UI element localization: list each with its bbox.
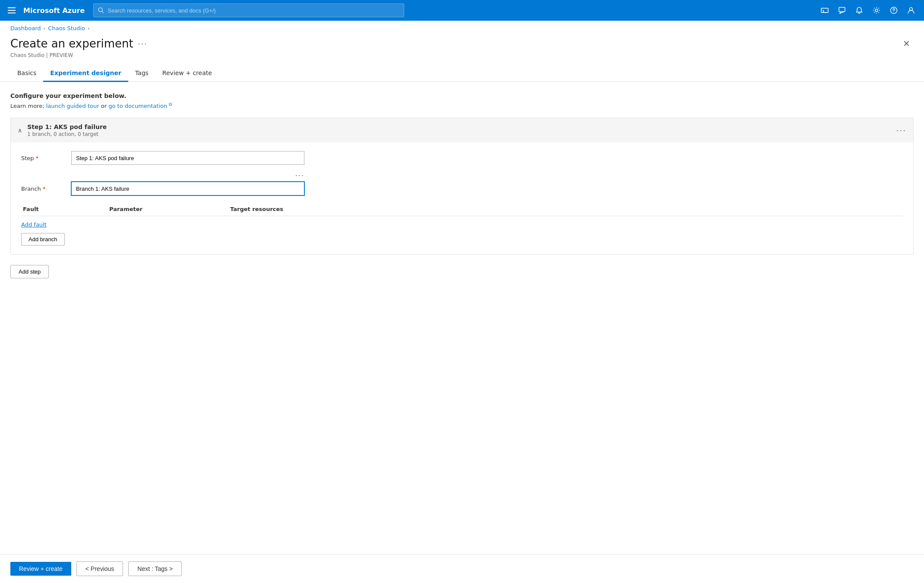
preview-badge: PREVIEW [50, 52, 73, 58]
page-title: Create an experiment [10, 37, 133, 50]
learn-more-text: Learn more; launch guided tour or go to … [10, 102, 914, 109]
breadcrumb-dashboard[interactable]: Dashboard [10, 25, 41, 32]
add-branch-button[interactable]: Add branch [21, 233, 65, 246]
step-header: ∧ Step 1: AKS pod failure 1 branch, 0 ac… [11, 118, 913, 142]
step-field-row: Step * [21, 151, 903, 165]
fault-table-header: Fault Parameter Target resources [21, 202, 903, 216]
configure-heading: Configure your experiment below. [10, 92, 914, 99]
settings-icon[interactable] [869, 3, 884, 18]
svg-point-0 [98, 8, 102, 12]
add-step-button[interactable]: Add step [10, 265, 49, 278]
step-title-info: Step 1: AKS pod failure 1 branch, 0 acti… [27, 123, 891, 137]
azure-logo: Microsoft Azure [23, 6, 85, 15]
topbar-icons [817, 3, 919, 18]
search-bar[interactable] [93, 3, 404, 17]
account-icon[interactable] [903, 3, 919, 18]
review-create-button[interactable]: Review + create [10, 562, 71, 576]
step-input[interactable] [71, 151, 304, 165]
step-context-menu-icon[interactable]: ··· [896, 126, 906, 135]
launch-guided-tour-link[interactable]: launch guided tour [46, 103, 99, 109]
step-meta: 1 branch, 0 action, 0 target [27, 131, 891, 137]
bottom-bar: Review + create < Previous Next : Tags > [0, 554, 924, 583]
help-icon[interactable] [886, 3, 902, 18]
branch-field-row: Branch * [21, 182, 903, 195]
step-title: Step 1: AKS pod failure [27, 123, 891, 130]
breadcrumb-chaos-studio[interactable]: Chaos Studio [48, 25, 85, 32]
breadcrumb-sep-1: › [44, 25, 46, 32]
branch-menu-row: ··· [21, 172, 304, 180]
search-input[interactable] [108, 7, 399, 14]
breadcrumb-sep-2: › [88, 25, 90, 32]
service-name: Chaos Studio [10, 52, 44, 58]
step-chevron-icon[interactable]: ∧ [18, 127, 22, 134]
parameter-col-header: Parameter [108, 206, 228, 212]
feedback-icon[interactable] [834, 3, 850, 18]
hamburger-menu[interactable] [5, 5, 18, 16]
branch-context-menu-icon[interactable]: ··· [295, 172, 304, 180]
step-card: ∧ Step 1: AKS pod failure 1 branch, 0 ac… [10, 118, 914, 255]
tab-basics[interactable]: Basics [10, 65, 43, 82]
target-col-header: Target resources [228, 206, 315, 212]
svg-point-5 [875, 9, 878, 12]
page-header: Create an experiment ··· ✕ Chaos Studio … [0, 33, 924, 58]
svg-rect-2 [821, 8, 828, 13]
svg-line-1 [102, 11, 104, 13]
branch-input[interactable] [71, 182, 304, 195]
tabs: Basics Experiment designer Tags Review +… [0, 65, 924, 82]
step-label: Step * [21, 155, 64, 161]
topbar: Microsoft Azure [0, 0, 924, 21]
svg-point-7 [893, 12, 894, 13]
tab-review-create[interactable]: Review + create [155, 65, 219, 82]
close-button[interactable]: ✕ [899, 37, 914, 50]
next-button[interactable]: Next : Tags > [128, 561, 182, 576]
main-content: Configure your experiment below. Learn m… [0, 82, 924, 554]
tab-tags[interactable]: Tags [128, 65, 155, 82]
breadcrumb: Dashboard › Chaos Studio › [0, 21, 924, 33]
notifications-icon[interactable] [851, 3, 867, 18]
search-icon [98, 7, 104, 13]
step-body: Step * ··· Branch * Fault Parameter Targ… [11, 142, 913, 254]
add-fault-link[interactable]: Add fault [21, 221, 903, 228]
page-menu-icon[interactable]: ··· [138, 39, 148, 48]
page-subtitle: Chaos Studio | PREVIEW [10, 52, 914, 58]
go-to-docs-link[interactable]: go to documentation ⧉ [108, 103, 172, 109]
cloud-shell-icon[interactable] [817, 3, 832, 18]
previous-button[interactable]: < Previous [76, 561, 123, 576]
branch-label: Branch * [21, 186, 64, 192]
fault-col-header: Fault [21, 206, 108, 212]
svg-rect-4 [839, 7, 845, 12]
tab-experiment-designer[interactable]: Experiment designer [43, 65, 128, 82]
